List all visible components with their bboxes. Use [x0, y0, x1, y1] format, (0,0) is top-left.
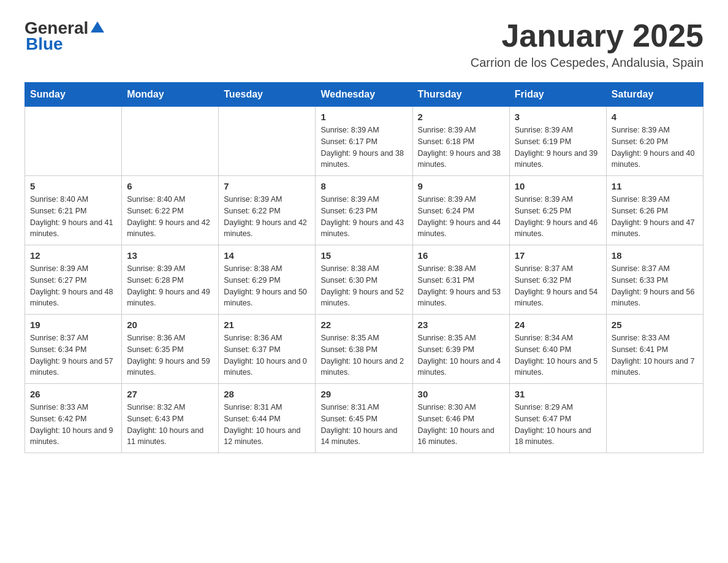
- day-info: Sunrise: 8:31 AMSunset: 6:45 PMDaylight:…: [320, 402, 407, 448]
- day-info: Sunrise: 8:40 AMSunset: 6:22 PMDaylight:…: [127, 194, 213, 240]
- day-number: 5: [30, 181, 116, 191]
- calendar-day-cell: 21Sunrise: 8:36 AMSunset: 6:37 PMDayligh…: [219, 315, 316, 384]
- calendar-day-cell: 5Sunrise: 8:40 AMSunset: 6:21 PMDaylight…: [25, 176, 122, 245]
- day-number: 26: [30, 389, 116, 399]
- calendar-day-cell: 31Sunrise: 8:29 AMSunset: 6:47 PMDayligh…: [509, 384, 606, 453]
- calendar-day-cell: 27Sunrise: 8:32 AMSunset: 6:43 PMDayligh…: [122, 384, 219, 453]
- calendar-day-cell: 8Sunrise: 8:39 AMSunset: 6:23 PMDaylight…: [316, 176, 412, 245]
- day-info: Sunrise: 8:36 AMSunset: 6:37 PMDaylight:…: [224, 332, 310, 378]
- calendar-table: SundayMondayTuesdayWednesdayThursdayFrid…: [25, 82, 703, 453]
- day-number: 31: [515, 389, 601, 399]
- calendar-day-cell: 11Sunrise: 8:39 AMSunset: 6:26 PMDayligh…: [606, 176, 703, 245]
- calendar-body: 1Sunrise: 8:39 AMSunset: 6:17 PMDaylight…: [25, 107, 703, 453]
- day-number: 27: [127, 389, 213, 399]
- day-number: 9: [418, 181, 504, 191]
- day-number: 10: [515, 181, 601, 191]
- title-area: January 2025 Carrion de los Cespedes, An…: [471, 18, 703, 70]
- day-info: Sunrise: 8:39 AMSunset: 6:23 PMDaylight:…: [320, 194, 407, 240]
- day-number: 4: [612, 112, 698, 122]
- day-number: 21: [224, 320, 310, 330]
- calendar-day-cell: 22Sunrise: 8:35 AMSunset: 6:38 PMDayligh…: [316, 315, 412, 384]
- calendar-week-row: 12Sunrise: 8:39 AMSunset: 6:27 PMDayligh…: [25, 245, 703, 315]
- day-info: Sunrise: 8:37 AMSunset: 6:33 PMDaylight:…: [612, 263, 698, 309]
- day-info: Sunrise: 8:39 AMSunset: 6:19 PMDaylight:…: [515, 124, 601, 170]
- calendar-day-cell: 7Sunrise: 8:39 AMSunset: 6:22 PMDaylight…: [219, 176, 316, 245]
- calendar-week-row: 19Sunrise: 8:37 AMSunset: 6:34 PMDayligh…: [25, 315, 703, 384]
- calendar-day-cell: 28Sunrise: 8:31 AMSunset: 6:44 PMDayligh…: [219, 384, 316, 453]
- calendar-day-cell: 12Sunrise: 8:39 AMSunset: 6:27 PMDayligh…: [25, 245, 122, 315]
- calendar-day-cell: 19Sunrise: 8:37 AMSunset: 6:34 PMDayligh…: [25, 315, 122, 384]
- day-number: 22: [320, 320, 407, 330]
- day-number: 7: [224, 181, 310, 191]
- calendar-day-cell: 1Sunrise: 8:39 AMSunset: 6:17 PMDaylight…: [316, 107, 412, 176]
- day-of-week-header: Wednesday: [316, 83, 412, 107]
- logo: General Blue: [25, 18, 105, 54]
- calendar-header: SundayMondayTuesdayWednesdayThursdayFrid…: [25, 83, 703, 107]
- day-of-week-header: Thursday: [412, 83, 509, 107]
- day-number: 30: [418, 389, 504, 399]
- day-number: 28: [224, 389, 310, 399]
- day-info: Sunrise: 8:39 AMSunset: 6:26 PMDaylight:…: [612, 194, 698, 240]
- calendar-week-row: 26Sunrise: 8:33 AMSunset: 6:42 PMDayligh…: [25, 384, 703, 453]
- logo-blue-text: Blue: [26, 34, 63, 54]
- header: General Blue January 2025 Carrion de los…: [25, 18, 703, 70]
- logo-icon-area: [89, 19, 105, 37]
- day-of-week-header: Friday: [509, 83, 606, 107]
- calendar-week-row: 5Sunrise: 8:40 AMSunset: 6:21 PMDaylight…: [25, 176, 703, 245]
- day-info: Sunrise: 8:37 AMSunset: 6:34 PMDaylight:…: [30, 332, 116, 378]
- calendar-day-cell: 10Sunrise: 8:39 AMSunset: 6:25 PMDayligh…: [509, 176, 606, 245]
- day-info: Sunrise: 8:39 AMSunset: 6:24 PMDaylight:…: [418, 194, 504, 240]
- day-number: 1: [320, 112, 407, 122]
- day-number: 6: [127, 181, 213, 191]
- day-info: Sunrise: 8:36 AMSunset: 6:35 PMDaylight:…: [127, 332, 213, 378]
- calendar-day-cell: [606, 384, 703, 453]
- day-info: Sunrise: 8:39 AMSunset: 6:25 PMDaylight:…: [515, 194, 601, 240]
- calendar-day-cell: 23Sunrise: 8:35 AMSunset: 6:39 PMDayligh…: [412, 315, 509, 384]
- day-info: Sunrise: 8:33 AMSunset: 6:42 PMDaylight:…: [30, 402, 116, 448]
- logo-triangle-icon: [89, 19, 105, 35]
- day-number: 3: [515, 112, 601, 122]
- month-title: January 2025: [471, 18, 703, 53]
- day-number: 29: [320, 389, 407, 399]
- calendar-day-cell: 9Sunrise: 8:39 AMSunset: 6:24 PMDaylight…: [412, 176, 509, 245]
- day-number: 15: [320, 250, 407, 261]
- day-of-week-header: Sunday: [25, 83, 122, 107]
- day-info: Sunrise: 8:34 AMSunset: 6:40 PMDaylight:…: [515, 332, 601, 378]
- location-title: Carrion de los Cespedes, Andalusia, Spai…: [471, 56, 703, 70]
- calendar-day-cell: 2Sunrise: 8:39 AMSunset: 6:18 PMDaylight…: [412, 107, 509, 176]
- calendar-day-cell: 15Sunrise: 8:38 AMSunset: 6:30 PMDayligh…: [316, 245, 412, 315]
- day-of-week-header: Monday: [122, 83, 219, 107]
- day-info: Sunrise: 8:33 AMSunset: 6:41 PMDaylight:…: [612, 332, 698, 378]
- calendar-day-cell: 3Sunrise: 8:39 AMSunset: 6:19 PMDaylight…: [509, 107, 606, 176]
- day-info: Sunrise: 8:31 AMSunset: 6:44 PMDaylight:…: [224, 402, 310, 448]
- day-number: 16: [418, 250, 504, 261]
- calendar-day-cell: [219, 107, 316, 176]
- calendar-week-row: 1Sunrise: 8:39 AMSunset: 6:17 PMDaylight…: [25, 107, 703, 176]
- calendar-day-cell: 20Sunrise: 8:36 AMSunset: 6:35 PMDayligh…: [122, 315, 219, 384]
- day-number: 14: [224, 250, 310, 261]
- day-number: 24: [515, 320, 601, 330]
- day-info: Sunrise: 8:39 AMSunset: 6:27 PMDaylight:…: [30, 263, 116, 309]
- day-number: 2: [418, 112, 504, 122]
- calendar-day-cell: 30Sunrise: 8:30 AMSunset: 6:46 PMDayligh…: [412, 384, 509, 453]
- day-number: 25: [612, 320, 698, 330]
- day-number: 8: [320, 181, 407, 191]
- day-info: Sunrise: 8:35 AMSunset: 6:39 PMDaylight:…: [418, 332, 504, 378]
- day-info: Sunrise: 8:38 AMSunset: 6:29 PMDaylight:…: [224, 263, 310, 309]
- day-info: Sunrise: 8:39 AMSunset: 6:28 PMDaylight:…: [127, 263, 213, 309]
- day-info: Sunrise: 8:32 AMSunset: 6:43 PMDaylight:…: [127, 402, 213, 448]
- day-of-week-header: Tuesday: [219, 83, 316, 107]
- day-number: 20: [127, 320, 213, 330]
- calendar-day-cell: 6Sunrise: 8:40 AMSunset: 6:22 PMDaylight…: [122, 176, 219, 245]
- header-row: SundayMondayTuesdayWednesdayThursdayFrid…: [25, 83, 703, 107]
- calendar-day-cell: [25, 107, 122, 176]
- calendar-day-cell: [122, 107, 219, 176]
- day-number: 12: [30, 250, 116, 261]
- calendar-day-cell: 4Sunrise: 8:39 AMSunset: 6:20 PMDaylight…: [606, 107, 703, 176]
- day-info: Sunrise: 8:40 AMSunset: 6:21 PMDaylight:…: [30, 194, 116, 240]
- day-number: 19: [30, 320, 116, 330]
- calendar-day-cell: 14Sunrise: 8:38 AMSunset: 6:29 PMDayligh…: [219, 245, 316, 315]
- calendar-day-cell: 18Sunrise: 8:37 AMSunset: 6:33 PMDayligh…: [606, 245, 703, 315]
- day-info: Sunrise: 8:37 AMSunset: 6:32 PMDaylight:…: [515, 263, 601, 309]
- day-of-week-header: Saturday: [606, 83, 703, 107]
